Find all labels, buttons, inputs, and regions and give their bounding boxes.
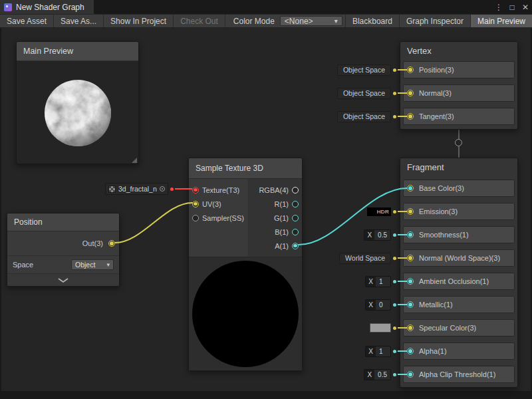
fragment-row-emission[interactable]: Emission(3) bbox=[403, 203, 515, 220]
normal-space-selector[interactable]: Object Space bbox=[337, 88, 391, 99]
port-position[interactable] bbox=[407, 66, 414, 73]
value-dot bbox=[170, 188, 174, 191]
port-label: Metallic(1) bbox=[419, 301, 453, 309]
space-dropdown[interactable]: Object ▾ bbox=[71, 259, 114, 270]
space-label: Space bbox=[13, 261, 33, 269]
vertex-row-position[interactable]: Position(3) bbox=[403, 61, 515, 78]
port-tangent[interactable] bbox=[407, 113, 414, 120]
main-preview-body[interactable] bbox=[17, 61, 138, 164]
port-label: R(1) bbox=[275, 200, 289, 208]
normal-space-widget: Object Space bbox=[337, 87, 407, 99]
tab-new-shader-graph[interactable]: New Shader Graph bbox=[0, 0, 94, 14]
vertex-row-tangent[interactable]: Tangent(3) bbox=[403, 108, 515, 125]
default-wire bbox=[398, 92, 407, 94]
port-label: Texture(T3) bbox=[202, 186, 239, 194]
graph-inspector-button[interactable]: Graph Inspector bbox=[399, 15, 470, 27]
output-b-row: B(1) bbox=[249, 225, 302, 239]
maximize-icon[interactable]: □ bbox=[505, 3, 519, 12]
specular-color-swatch[interactable] bbox=[370, 323, 391, 332]
port-normal-ws[interactable] bbox=[407, 255, 414, 261]
space-value: Object bbox=[75, 261, 95, 269]
fragment-row-alpha-clip[interactable]: Alpha Clip Threshold(1) bbox=[403, 366, 515, 383]
collapse-preview-toggle[interactable] bbox=[7, 274, 119, 286]
port-smoothness[interactable] bbox=[407, 231, 414, 238]
window-menu-icon[interactable]: ⋮ bbox=[492, 3, 505, 12]
world-space-selector[interactable]: World Space bbox=[339, 253, 391, 264]
port-label: G(1) bbox=[274, 214, 289, 222]
main-preview-panel[interactable]: Main Preview bbox=[16, 41, 139, 164]
fragment-row-alpha[interactable]: Alpha(1) bbox=[403, 342, 515, 360]
texture-object-field[interactable]: 3d_fractal_n bbox=[105, 183, 168, 195]
port-out-output[interactable] bbox=[108, 240, 115, 247]
metallic-x-field[interactable]: X 0 bbox=[365, 299, 391, 311]
port-uv-input[interactable] bbox=[192, 201, 199, 207]
port-label: UV(3) bbox=[202, 200, 221, 208]
main-preview-header[interactable]: Main Preview bbox=[17, 42, 138, 61]
alpha-x-field[interactable]: X 1 bbox=[365, 346, 391, 357]
vertex-title: Vertex bbox=[407, 46, 432, 56]
x-value[interactable]: 0.5 bbox=[374, 370, 390, 380]
ambient-occlusion-x-field[interactable]: X 1 bbox=[365, 276, 391, 287]
fragment-header[interactable]: Fragment bbox=[400, 158, 517, 176]
x-value[interactable]: 0.5 bbox=[374, 230, 390, 240]
port-a-output[interactable] bbox=[292, 243, 299, 249]
fragment-row-ambient-occlusion[interactable]: Ambient Occlusion(1) bbox=[403, 273, 515, 290]
vertex-node[interactable]: Vertex Position(3) Normal(3) Tangent(3) bbox=[400, 41, 518, 130]
position-node-header[interactable]: Position bbox=[7, 213, 119, 231]
port-alpha-clip[interactable] bbox=[407, 371, 414, 378]
position-node[interactable]: Position Out(3) Space Object ▾ bbox=[7, 213, 120, 287]
blackboard-button[interactable]: Blackboard bbox=[345, 15, 399, 27]
show-in-project-button[interactable]: Show In Project bbox=[104, 15, 174, 27]
x-value[interactable]: 0 bbox=[376, 300, 390, 310]
value-dot bbox=[393, 327, 396, 330]
smoothness-x-field[interactable]: X 0.5 bbox=[364, 229, 391, 241]
main-preview-button[interactable]: Main Preview bbox=[470, 15, 532, 27]
vertex-header[interactable]: Vertex bbox=[400, 42, 517, 59]
specular-color-widget bbox=[370, 322, 407, 334]
default-wire bbox=[398, 69, 407, 70]
object-picker-icon[interactable] bbox=[160, 186, 165, 192]
x-value[interactable]: 1 bbox=[376, 277, 390, 287]
fragment-row-normal-ws[interactable]: Normal (World Space)(3) bbox=[403, 249, 515, 267]
port-normal[interactable] bbox=[407, 90, 414, 96]
sample-texture-3d-node[interactable]: Sample Texture 3D Texture(T3) UV(3) Samp… bbox=[188, 158, 303, 371]
value-dot bbox=[393, 257, 396, 260]
position-space-selector[interactable]: Object Space bbox=[337, 65, 391, 76]
resize-handle[interactable] bbox=[132, 158, 137, 163]
fragment-row-specular-color[interactable]: Specular Color(3) bbox=[403, 319, 515, 336]
port-sampler-input[interactable] bbox=[192, 215, 199, 221]
port-g-output[interactable] bbox=[292, 215, 299, 221]
port-b-output[interactable] bbox=[292, 229, 299, 235]
save-as-button[interactable]: Save As... bbox=[54, 15, 104, 27]
tab-title: New Shader Graph bbox=[16, 3, 84, 12]
port-specular-color[interactable] bbox=[407, 325, 414, 331]
hdr-color-swatch[interactable]: HDR bbox=[367, 207, 391, 216]
title-bar: New Shader Graph ⋮ □ ✕ bbox=[0, 0, 532, 14]
fragment-row-smoothness[interactable]: Smoothness(1) bbox=[403, 226, 515, 243]
port-r-output[interactable] bbox=[292, 201, 299, 207]
port-metallic[interactable] bbox=[407, 301, 414, 308]
port-base-color[interactable] bbox=[407, 185, 414, 192]
port-ambient-occlusion[interactable] bbox=[407, 278, 414, 285]
port-emission[interactable] bbox=[407, 208, 414, 215]
port-label: Tangent(3) bbox=[419, 112, 454, 120]
port-label: Alpha(1) bbox=[419, 347, 447, 355]
fragment-row-metallic[interactable]: Metallic(1) bbox=[403, 296, 515, 313]
port-texture-input[interactable] bbox=[192, 187, 199, 194]
sample-node-header[interactable]: Sample Texture 3D bbox=[189, 158, 302, 179]
fragment-title: Fragment bbox=[407, 162, 444, 172]
x-value[interactable]: 1 bbox=[376, 346, 390, 356]
port-alpha[interactable] bbox=[407, 348, 414, 354]
close-icon[interactable]: ✕ bbox=[519, 3, 532, 12]
fragment-row-base-color[interactable]: Base Color(3) bbox=[403, 180, 515, 197]
fragment-node[interactable]: Fragment Base Color(3) Emission(3) Smoot… bbox=[400, 158, 518, 388]
port-rgba-output[interactable] bbox=[292, 187, 299, 194]
x-axis-label: X bbox=[364, 230, 374, 240]
vertex-row-normal[interactable]: Normal(3) bbox=[403, 84, 515, 102]
color-mode-dropdown[interactable]: <None> ▾ bbox=[280, 16, 342, 26]
save-asset-button[interactable]: Save Asset bbox=[0, 15, 54, 27]
input-texture-row: Texture(T3) bbox=[189, 183, 248, 197]
alpha-clip-x-field[interactable]: X 0.5 bbox=[364, 369, 391, 380]
preview-sphere[interactable] bbox=[43, 78, 112, 148]
tangent-space-selector[interactable]: Object Space bbox=[337, 111, 391, 122]
